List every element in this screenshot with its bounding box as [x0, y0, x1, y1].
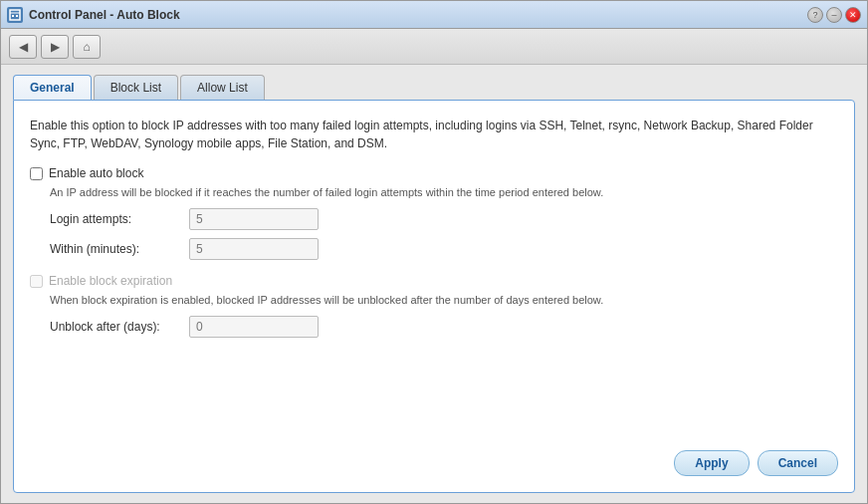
svg-rect-2	[12, 15, 14, 17]
app-icon	[7, 7, 23, 23]
button-row: Apply Cancel	[30, 440, 838, 476]
enable-expiration-label: Enable block expiration	[49, 274, 172, 288]
panel-content: Enable this option to block IP addresses…	[13, 100, 855, 493]
apply-button[interactable]: Apply	[674, 450, 749, 476]
enable-expiration-checkbox[interactable]	[30, 275, 43, 288]
window-controls: ? – ✕	[807, 7, 861, 23]
login-attempts-input[interactable]	[189, 208, 319, 230]
within-minutes-label: Within (minutes):	[50, 242, 189, 256]
within-minutes-input[interactable]	[189, 238, 319, 260]
main-window: Control Panel - Auto Block ? – ✕ ◀ ▶ ⌂ G…	[0, 0, 868, 504]
expiration-section: Enable block expiration When block expir…	[30, 274, 838, 346]
back-button[interactable]: ◀	[9, 35, 37, 59]
within-minutes-row: Within (minutes):	[50, 238, 838, 260]
enable-expiration-row: Enable block expiration	[30, 274, 838, 288]
enable-auto-block-checkbox[interactable]	[30, 167, 43, 180]
login-attempts-label: Login attempts:	[50, 212, 189, 226]
window-title: Control Panel - Auto Block	[29, 8, 180, 22]
home-button[interactable]: ⌂	[73, 35, 101, 59]
title-bar-left: Control Panel - Auto Block	[7, 7, 180, 23]
login-attempts-row: Login attempts:	[50, 208, 838, 230]
description-text: Enable this option to block IP addresses…	[30, 117, 838, 152]
tab-allow-list[interactable]: Allow List	[180, 75, 265, 100]
toolbar: ◀ ▶ ⌂	[1, 29, 867, 65]
close-button[interactable]: ✕	[845, 7, 861, 23]
tab-bar: General Block List Allow List	[13, 75, 855, 100]
svg-rect-3	[16, 15, 18, 17]
svg-rect-0	[10, 10, 20, 20]
enable-auto-block-label: Enable auto block	[49, 166, 143, 180]
unblock-after-input[interactable]	[189, 316, 319, 338]
content-area: General Block List Allow List Enable thi…	[1, 65, 867, 503]
minimize-button[interactable]: –	[826, 7, 842, 23]
help-button[interactable]: ?	[807, 7, 823, 23]
tab-general[interactable]: General	[13, 75, 92, 100]
unblock-after-row: Unblock after (days):	[50, 316, 838, 338]
forward-button[interactable]: ▶	[41, 35, 69, 59]
cancel-button[interactable]: Cancel	[758, 450, 838, 476]
expiration-hint: When block expiration is enabled, blocke…	[50, 294, 838, 306]
title-bar: Control Panel - Auto Block ? – ✕	[1, 1, 867, 29]
unblock-after-label: Unblock after (days):	[50, 320, 189, 334]
enable-auto-block-row: Enable auto block	[30, 166, 838, 180]
tab-block-list[interactable]: Block List	[94, 75, 178, 100]
auto-block-hint: An IP address will be blocked if it reac…	[50, 186, 838, 198]
